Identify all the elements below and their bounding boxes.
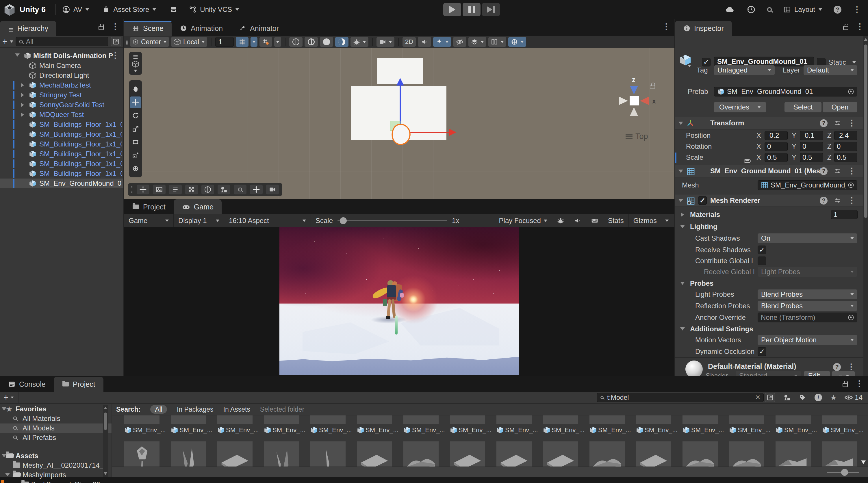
axis-y-cone[interactable] [630,107,638,116]
open-button[interactable]: Open [823,102,857,112]
scope-all[interactable]: All [150,405,167,414]
foldout-icon[interactable] [680,327,685,330]
overlay-sphere-button[interactable] [202,185,214,194]
asset-thumbnail-partial[interactable] [682,415,718,424]
asset-thumbnail[interactable] [403,441,439,466]
vsync-button[interactable] [586,214,603,227]
project-tree-item[interactable]: ★Favorites [0,405,112,414]
cast-shadows-dropdown[interactable]: On [757,233,857,243]
asset-label[interactable]: SM_Env_... [729,426,772,434]
open-search-window-button[interactable] [765,393,775,402]
project-search[interactable]: ✕ [597,393,764,402]
tab-animation[interactable]: Animation [172,21,231,36]
tab-console[interactable]: Console [0,377,54,392]
shader-dropdown[interactable]: Standard [736,371,801,376]
view-options-icon[interactable] [132,60,139,68]
asset-label[interactable]: SM_Env_... [124,426,167,434]
archive-button[interactable] [170,6,178,13]
anchor-override-field[interactable]: None (Transform) [757,313,857,322]
asset-thumbnail-partial[interactable] [496,415,532,424]
debug-draw-dropdown[interactable] [350,37,368,47]
asset-thumbnail-partial[interactable] [543,415,578,424]
presets-icon[interactable] [834,167,841,175]
axis-x-cone[interactable] [640,97,649,105]
shading-wire-button[interactable] [289,37,303,47]
lock-icon[interactable] [98,26,104,30]
hierarchy-search-input[interactable] [26,38,105,46]
mute-button[interactable] [569,214,586,227]
visibility-toggle-button[interactable] [453,37,466,47]
chevron-down-icon[interactable] [10,40,13,43]
gizmo-lock-icon[interactable] [650,85,655,89]
mesh-filter-header[interactable]: SM_Env_Ground Mound_01 (Mesh ⋮ [675,165,863,178]
asset-label[interactable]: SM_Env_... [543,426,586,434]
scroll-thumb[interactable] [864,44,867,218]
object-picker-icon[interactable] [848,183,854,188]
asset-thumbnail[interactable] [496,441,532,466]
asset-thumbnail-partial[interactable] [124,415,159,424]
dynamic-occlusion-checkbox[interactable] [757,347,766,356]
inspector-scrollbar[interactable] [863,36,868,376]
axis-neg-cone[interactable] [619,97,628,105]
shading-shaded-button[interactable] [305,37,318,47]
tab-scene[interactable]: Scene [124,21,172,36]
save-search-icon[interactable]: ★ [830,393,837,402]
chevron-down-icon[interactable] [11,397,13,398]
layers-dropdown[interactable] [468,37,486,47]
light-probes-dropdown[interactable]: Blend Probes [757,289,857,299]
add-gameobject-button[interactable]: + [2,37,7,46]
asset-label[interactable]: SM_Env_... [776,426,819,434]
scene-camera-dropdown[interactable] [376,37,395,47]
pivot-mode-dropdown[interactable]: Center [130,37,169,47]
asset-thumbnail-partial[interactable] [403,415,439,424]
help-icon[interactable] [820,197,828,204]
kebab-menu-icon[interactable]: ⋮ [856,23,864,31]
hierarchy-item[interactable]: SM_Buildings_Floor_1x1_0 [0,120,123,129]
asset-store-menu[interactable]: Asset Store [102,5,156,13]
foldout-icon[interactable] [21,112,24,117]
hierarchy-item[interactable]: SM_Buildings_Floor_1x1_0 [0,129,123,139]
select-button[interactable]: Select [784,102,822,112]
foldout-icon[interactable] [5,473,10,476]
overlay-handle-icon[interactable] [133,55,138,56]
foldout-icon[interactable] [678,199,683,202]
display-dropdown[interactable]: Display 1 [174,214,224,227]
asset-label[interactable]: SM_Env_... [496,426,540,434]
overlay-image-button[interactable] [153,185,165,194]
drag-handle[interactable] [126,39,128,45]
presets-icon[interactable] [834,197,841,204]
hand-tool-button[interactable] [130,83,141,95]
transform-tool-button[interactable] [130,150,141,161]
project-tree-item[interactable]: Meshy_AI__0202001714_ [0,461,112,470]
asset-thumbnail[interactable] [682,441,718,466]
kebab-menu-icon[interactable]: ⋮ [847,363,855,371]
contribute-gi-checkbox[interactable] [757,257,766,265]
overrides-dropdown[interactable]: Overrides [714,102,766,112]
hierarchy-item[interactable]: MDQueer Test [0,110,123,120]
hierarchy-search[interactable] [16,37,108,46]
asset-label[interactable]: SM_Env_... [403,426,447,434]
asset-thumbnail[interactable] [264,441,299,466]
overlay-mesh-button[interactable] [218,185,230,194]
help-icon[interactable] [820,167,828,175]
history-icon[interactable] [746,5,755,14]
asset-label[interactable]: SM_Env_... [310,426,354,434]
position-y-field[interactable]: -0.1 [800,131,823,140]
mesh-field[interactable]: SM_Env_GroundMound_( [757,180,857,190]
asset-label[interactable]: SM_Env_... [217,426,260,434]
asset-label[interactable]: SM_Env_... [171,426,214,434]
grid-size-field[interactable]: 1 [215,37,234,47]
tab-inspector[interactable]: Inspector [675,21,732,36]
asset-thumbnail[interactable] [543,441,578,466]
overlay-list-button[interactable] [169,185,182,194]
slider-knob[interactable] [841,469,848,476]
view-orientation-label[interactable]: Top [626,132,648,141]
hierarchy-item[interactable]: SM_Env_GroundMound_01 [0,179,123,188]
asset-thumbnail[interactable] [822,441,857,466]
kebab-menu-icon[interactable]: ⋮ [848,196,856,204]
rotation-y-field[interactable]: 0 [800,142,823,151]
receive-shadows-checkbox[interactable] [757,246,766,254]
scroll-down-arrow[interactable] [104,472,107,475]
hierarchy-scene-root[interactable]: Misfit Dolls-Animation P ⋮ [0,51,123,61]
lock-icon[interactable] [843,26,848,30]
